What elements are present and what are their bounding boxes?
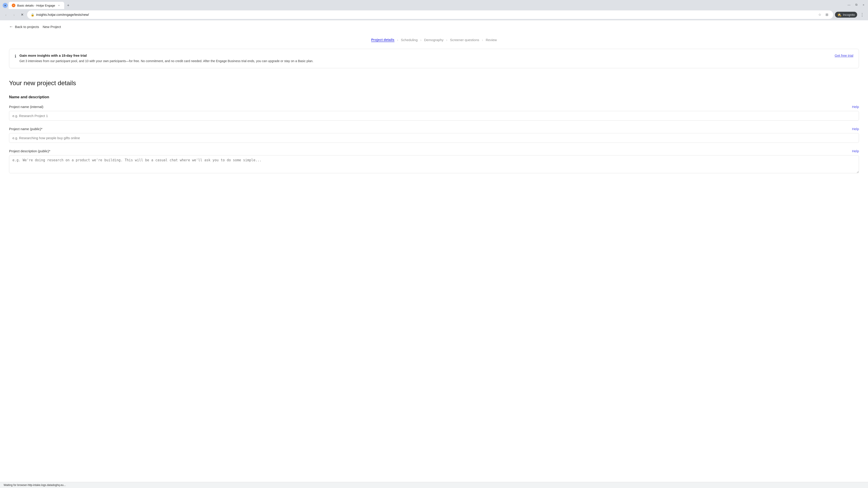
field-row-project-description: Project description (public)* Help (9, 149, 859, 174)
incognito-label: Incognito (843, 13, 855, 17)
info-content: Gain more insights with a 15-day free tr… (20, 54, 831, 64)
status-text: Waiting for browser-http-intake.logs.dat… (4, 484, 66, 487)
status-bar: Waiting for browser-http-intake.logs.dat… (0, 482, 868, 488)
step-chevron-1: › (397, 38, 398, 42)
field-header-2: Project name (public)* Help (9, 127, 859, 131)
project-description-input[interactable] (9, 155, 859, 173)
tab-close-button[interactable]: × (57, 3, 61, 7)
step-chevron-2: › (421, 38, 422, 42)
step-label-review[interactable]: Review (486, 38, 497, 42)
back-to-projects-link[interactable]: Back to projects (15, 25, 39, 29)
extensions-icon[interactable]: ⊞ (824, 12, 830, 18)
get-free-trial-link[interactable]: Get free trial (835, 54, 853, 57)
help-link-project-description[interactable]: Help (852, 149, 859, 153)
step-label-demography[interactable]: Demography (424, 38, 443, 42)
field-row-project-name-internal: Project name (internal) Help (9, 105, 859, 121)
browser-menu-button[interactable]: ⋮ (859, 11, 865, 18)
info-icon: ℹ (15, 54, 16, 64)
incognito-badge: 🕵 Incognito (835, 12, 857, 18)
step-label-screener-questions[interactable]: Screener questions (450, 38, 479, 42)
incognito-icon: 🕵 (837, 13, 842, 17)
browser-chrome: ▾ H Basic details - Hotjar Engage × + — … (0, 0, 868, 20)
info-cta[interactable]: Get free trial (835, 54, 853, 58)
tab-strip: ▾ H Basic details - Hotjar Engage × + (3, 2, 71, 9)
address-actions: ☆ ⊞ (817, 12, 830, 18)
field-header-3: Project description (public)* Help (9, 149, 859, 153)
minimize-button[interactable]: — (847, 3, 851, 6)
back-button[interactable]: ‹ (3, 11, 9, 18)
field-row-project-name-public: Project name (public)* Help (9, 127, 859, 143)
project-name-internal-input[interactable] (9, 111, 859, 121)
reload-button[interactable]: ✕ (19, 11, 25, 18)
back-arrow-icon[interactable]: ← (9, 24, 13, 29)
tab-group-indicator[interactable]: ▾ (3, 3, 8, 8)
tab-group-icon: ▾ (4, 4, 6, 7)
step-item-scheduling[interactable]: Scheduling (401, 38, 417, 42)
page-content: ← Back to projects New Project Project d… (0, 20, 868, 488)
banner-body: Get 3 interviews from our participant po… (20, 59, 831, 64)
restore-button[interactable]: ⧉ (855, 3, 858, 6)
tab-title: Basic details - Hotjar Engage (17, 4, 55, 7)
new-tab-button[interactable]: + (65, 2, 71, 8)
info-banner: ℹ Gain more insights with a 15-day free … (9, 49, 859, 68)
active-tab[interactable]: H Basic details - Hotjar Engage × (8, 2, 64, 9)
form-area: Your new project details Name and descri… (0, 75, 868, 190)
field-label-project-name-internal: Project name (internal) (9, 105, 43, 109)
step-item-review[interactable]: Review (486, 38, 497, 42)
window-controls: — ⧉ × (847, 3, 865, 8)
step-item-project-details[interactable]: Project details (371, 38, 395, 42)
url-input[interactable] (36, 13, 815, 17)
step-label-project-details[interactable]: Project details (371, 38, 395, 42)
tab-favicon: H (12, 4, 16, 7)
address-bar[interactable]: 🔒 ☆ ⊞ (27, 10, 833, 19)
current-page-label: New Project (43, 25, 61, 29)
forward-button[interactable]: › (11, 11, 17, 18)
project-name-public-input[interactable] (9, 133, 859, 143)
step-chevron-4: › (482, 38, 483, 42)
help-link-project-name-internal[interactable]: Help (852, 105, 859, 109)
lock-icon: 🔒 (31, 13, 34, 17)
close-button[interactable]: × (862, 3, 865, 6)
help-link-project-name-public[interactable]: Help (852, 127, 859, 131)
section-title: Name and description (9, 95, 859, 99)
step-chevron-3: › (446, 38, 447, 42)
step-item-screener-questions[interactable]: Screener questions (450, 38, 479, 42)
step-wizard: Project details › Scheduling › Demograph… (0, 33, 868, 49)
browser-titlebar: ▾ H Basic details - Hotjar Engage × + — … (0, 0, 868, 9)
bookmark-icon[interactable]: ☆ (817, 12, 822, 18)
field-label-project-description: Project description (public)* (9, 149, 51, 153)
browser-addressbar: ‹ › ✕ 🔒 ☆ ⊞ 🕵 Incognito ⋮ (0, 9, 868, 20)
back-nav: ← Back to projects New Project (0, 20, 868, 33)
step-label-scheduling[interactable]: Scheduling (401, 38, 417, 42)
banner-title: Gain more insights with a 15-day free tr… (20, 54, 831, 57)
step-item-demography[interactable]: Demography (424, 38, 443, 42)
form-main-title: Your new project details (9, 79, 859, 87)
field-label-project-name-public: Project name (public)* (9, 127, 42, 131)
field-header-1: Project name (internal) Help (9, 105, 859, 109)
